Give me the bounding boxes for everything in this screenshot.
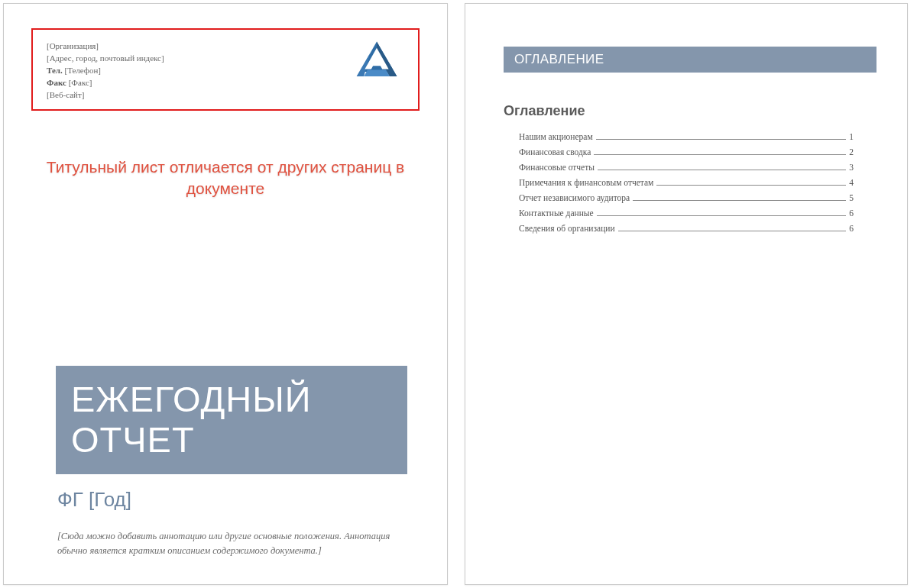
org-info-block: [Организация] [Адрес, город, почтовый ин… (47, 40, 164, 102)
toc-label: Финансовая сводка (519, 147, 591, 157)
toc-page-number: 5 (849, 193, 854, 202)
toc-page-number: 4 (849, 178, 854, 187)
toc-label: Контактные данные (519, 208, 594, 218)
toc-item: Сведения об организации 6 (519, 224, 854, 233)
toc-item: Финансовая сводка 2 (519, 147, 854, 157)
toc-label: Финансовые отчеты (519, 163, 595, 172)
abstract-placeholder: [Сюда можно добавить аннотацию или други… (57, 529, 401, 558)
toc-list: Нашим акционерам 1 Финансовая сводка 2 Ф… (519, 132, 854, 239)
toc-item: Нашим акционерам 1 (519, 132, 854, 141)
header-highlight-box: [Организация] [Адрес, город, почтовый ин… (31, 28, 420, 111)
toc-page: ОГЛАВЛЕНИЕ Оглавление Нашим акционерам 1… (465, 3, 908, 585)
toc-page-number: 1 (849, 132, 854, 141)
toc-leader (594, 154, 846, 155)
toc-leader (597, 215, 847, 216)
toc-page-number: 6 (849, 224, 854, 233)
org-tel: Тел. [Телефон] (47, 65, 164, 77)
toc-page-number: 3 (849, 163, 854, 172)
penrose-triangle-icon (354, 39, 400, 85)
toc-label: Примечания к финансовым отчетам (519, 178, 653, 187)
toc-leader (596, 139, 847, 140)
org-address: [Адрес, город, почтовый индекс] (47, 53, 164, 65)
document-title: ЕЖЕГОДНЫЙ ОТЧЕТ (71, 380, 392, 460)
toc-heading: Оглавление (504, 103, 585, 119)
section-heading-band: ОГЛАВЛЕНИЕ (504, 47, 876, 73)
document-title-band: ЕЖЕГОДНЫЙ ОТЧЕТ (56, 366, 407, 474)
document-subtitle: ФГ [Год] (57, 488, 131, 512)
title-page: [Организация] [Адрес, город, почтовый ин… (3, 3, 448, 585)
section-heading: ОГЛАВЛЕНИЕ (514, 52, 604, 67)
toc-leader (598, 170, 846, 170)
toc-item: Примечания к финансовым отчетам 4 (519, 178, 854, 187)
toc-leader (633, 200, 846, 201)
org-fax: Факс [Факс] (47, 77, 164, 89)
two-page-spread: [Организация] [Адрес, город, почтовый ин… (0, 0, 917, 588)
toc-label: Отчет независимого аудитора (519, 193, 630, 202)
toc-item: Финансовые отчеты 3 (519, 163, 854, 172)
toc-label: Сведения об организации (519, 224, 615, 233)
toc-leader (618, 231, 847, 231)
toc-leader (656, 185, 846, 186)
toc-page-number: 6 (849, 208, 854, 218)
toc-label: Нашим акционерам (519, 132, 593, 141)
org-web: [Веб-сайт] (47, 89, 164, 102)
toc-item: Контактные данные 6 (519, 208, 854, 218)
svg-marker-6 (364, 70, 390, 76)
toc-page-number: 2 (849, 147, 854, 157)
org-name: [Организация] (47, 40, 164, 53)
annotation-callout: Титульный лист отличается от других стра… (4, 157, 447, 200)
toc-item: Отчет независимого аудитора 5 (519, 193, 854, 202)
